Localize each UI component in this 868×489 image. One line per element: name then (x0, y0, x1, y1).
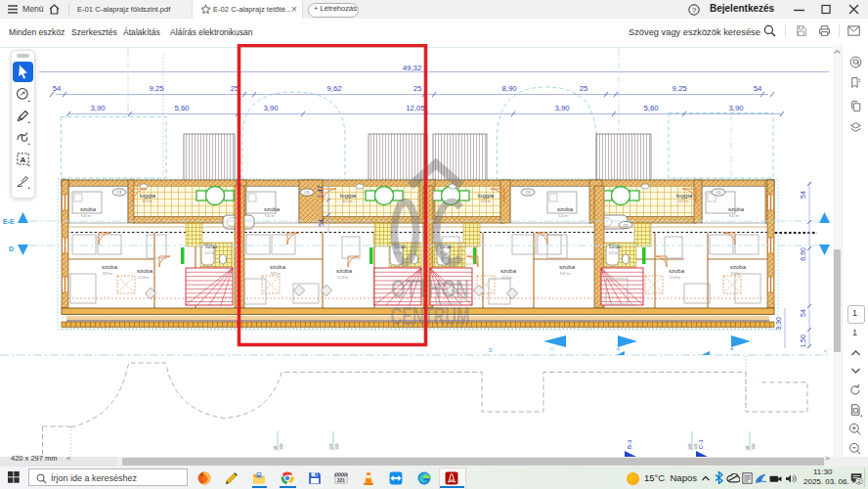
svg-text:9,25: 9,25 (149, 84, 164, 93)
svg-text:loggia: loggia (676, 192, 693, 199)
svg-text:szoba: szoba (336, 268, 353, 274)
svg-text:3,90: 3,90 (90, 104, 106, 112)
svg-text:?: ? (692, 6, 696, 15)
svg-text:150: 150 (280, 444, 283, 450)
svg-text:C1: C1 (116, 190, 122, 195)
svg-text:6,21 m²: 6,21 m² (205, 251, 215, 255)
svg-text:E-E: E-E (3, 218, 15, 225)
svg-text:fürdő: fürdő (609, 244, 621, 249)
svg-text:szoba: szoba (264, 206, 281, 212)
svg-text:1,47: 1,47 (317, 185, 324, 198)
svg-text:szoba: szoba (557, 206, 574, 212)
svg-text:54: 54 (754, 84, 762, 93)
svg-text:1,50: 1,50 (800, 334, 806, 348)
svg-text:3,90: 3,90 (728, 104, 744, 112)
svg-text:szoba: szoba (80, 206, 97, 212)
svg-text:9,41 m²: 9,41 m² (265, 214, 275, 218)
svg-text:loggia: loggia (140, 192, 156, 199)
svg-text:150: 150 (335, 444, 339, 450)
svg-text:8,90: 8,90 (501, 84, 517, 93)
svg-text:A: A (21, 156, 26, 164)
svg-text:15,23 m²: 15,23 m² (337, 276, 349, 280)
svg-text:3,90: 3,90 (263, 104, 279, 112)
svg-text:8,71 m²: 8,71 m² (143, 200, 152, 203)
svg-text:C: C (549, 347, 554, 350)
svg-text:321: 321 (337, 478, 345, 483)
svg-text:8,87 m²: 8,87 m² (271, 272, 281, 276)
svg-text:szoba: szoba (559, 264, 576, 270)
svg-text:150: 150 (752, 444, 756, 450)
svg-text:6,21 m²: 6,21 m² (609, 251, 619, 255)
svg-text:54: 54 (53, 84, 62, 93)
svg-text:25: 25 (413, 84, 422, 93)
svg-text:OTTHON: OTTHON (391, 274, 469, 303)
svg-text:6,90: 6,90 (800, 247, 806, 261)
svg-text:50: 50 (746, 446, 750, 450)
svg-text:2: 2 (857, 478, 860, 484)
svg-text:15,23 m²: 15,23 m² (670, 276, 681, 280)
svg-text:C1: C1 (304, 190, 310, 195)
svg-text:25: 25 (580, 84, 588, 93)
svg-text:9,41 m²: 9,41 m² (729, 214, 739, 218)
svg-text:50: 50 (274, 446, 278, 450)
svg-text:49,32: 49,32 (403, 64, 422, 72)
svg-text:szoba: szoba (730, 264, 747, 270)
svg-text:szoba: szoba (669, 268, 685, 274)
svg-text:B-3: B-3 (627, 439, 632, 449)
svg-text:<: < (824, 348, 827, 354)
svg-text:5,60: 5,60 (643, 104, 659, 112)
svg-text:9,25: 9,25 (672, 84, 687, 93)
svg-text:szoba: szoba (270, 264, 286, 270)
svg-text:3,30: 3,30 (775, 317, 782, 331)
svg-text:B: B (616, 347, 621, 350)
svg-text:12,05: 12,05 (406, 104, 425, 112)
svg-text:54,: 54, (318, 217, 325, 227)
svg-text:9,62: 9,62 (326, 84, 341, 93)
svg-text:15,23 m²: 15,23 m² (138, 276, 150, 280)
svg-text:C1: C1 (716, 190, 721, 195)
svg-text:C1: C1 (525, 190, 531, 195)
svg-text:D: D (489, 347, 493, 353)
svg-text:120: 120 (329, 444, 333, 450)
svg-text:szoba: szoba (728, 206, 745, 212)
svg-text:loggia: loggia (478, 192, 495, 199)
svg-text:150: 150 (688, 444, 692, 450)
svg-text:CENTRUM: CENTRUM (391, 301, 470, 331)
svg-text:A: A (729, 347, 734, 350)
svg-text:54: 54 (800, 191, 806, 199)
svg-text:5,60: 5,60 (174, 104, 190, 112)
svg-text:9,41 m²: 9,41 m² (81, 214, 91, 218)
svg-text:szoba: szoba (137, 268, 153, 274)
svg-text:8,71 m²: 8,71 m² (343, 200, 353, 203)
svg-text:C-3: C-3 (698, 439, 704, 449)
svg-text:54: 54 (800, 309, 806, 317)
svg-text:8,71 m²: 8,71 m² (679, 200, 689, 203)
svg-text:8,87 m²: 8,87 m² (103, 272, 112, 276)
svg-text:8,87 m²: 8,87 m² (560, 272, 570, 276)
svg-text:9,41 m²: 9,41 m² (558, 214, 568, 218)
svg-text:loggia: loggia (340, 192, 357, 199)
svg-text:3,90: 3,90 (554, 104, 570, 112)
svg-text:D: D (9, 245, 14, 252)
svg-text:szoba: szoba (102, 264, 118, 270)
svg-text:fürdő: fürdő (205, 244, 217, 249)
svg-text:8,71 m²: 8,71 m² (481, 200, 491, 203)
svg-text:szoba: szoba (500, 268, 517, 274)
